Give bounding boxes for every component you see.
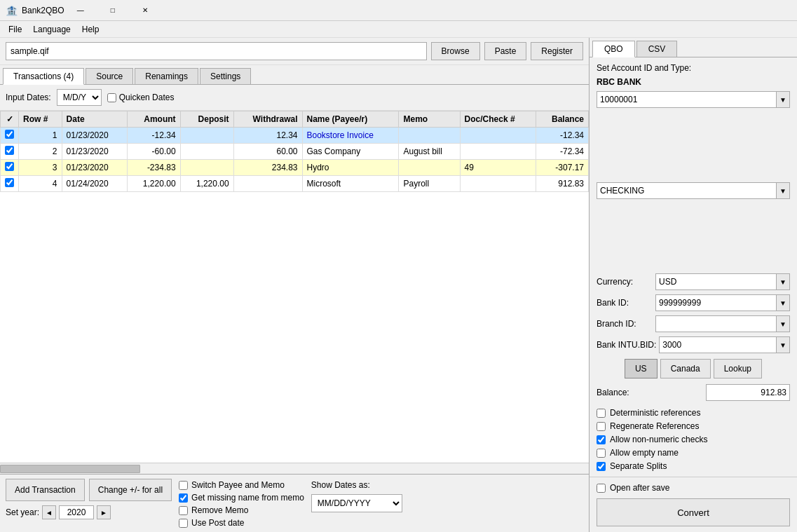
deterministic-refs-option[interactable]: Deterministic references bbox=[597, 408, 790, 418]
bank-id-dropdown[interactable]: ▼ bbox=[776, 294, 790, 311]
row-check-3[interactable] bbox=[1, 176, 19, 192]
bank-id-input[interactable] bbox=[655, 294, 776, 311]
tab-settings[interactable]: Settings bbox=[200, 68, 251, 84]
col-date: Date bbox=[62, 111, 127, 128]
currency-input[interactable] bbox=[655, 273, 776, 290]
balance-label: Balance: bbox=[597, 388, 629, 397]
branch-id-input[interactable] bbox=[655, 315, 776, 332]
open-after-save-checkbox[interactable] bbox=[597, 484, 606, 493]
row-check-2[interactable] bbox=[1, 160, 19, 176]
row-check-1[interactable] bbox=[1, 144, 19, 160]
bottom-bar: Add Transaction Change +/- for all Set y… bbox=[0, 474, 589, 532]
col-amount: Amount bbox=[127, 111, 180, 128]
tab-source[interactable]: Source bbox=[86, 68, 133, 84]
account-type-input[interactable] bbox=[597, 182, 776, 199]
tab-transactions[interactable]: Transactions (4) bbox=[3, 68, 84, 85]
allow-empty-name-checkbox[interactable] bbox=[597, 449, 606, 458]
year-next-button[interactable]: ► bbox=[97, 505, 111, 519]
deterministic-refs-checkbox[interactable] bbox=[597, 409, 606, 418]
bank-intu-row: Bank INTU.BID: ▼ bbox=[597, 336, 790, 353]
show-dates-label: Show Dates as: bbox=[311, 480, 402, 490]
allow-non-numeric-checkbox[interactable] bbox=[597, 435, 606, 444]
currency-label: Currency: bbox=[597, 277, 653, 287]
account-id-input[interactable] bbox=[597, 91, 776, 108]
minimize-button[interactable]: — bbox=[64, 0, 97, 21]
separate-splits-option[interactable]: Separate Splits bbox=[597, 461, 790, 471]
year-row: Set year: ◄ ► bbox=[6, 505, 172, 519]
browse-button[interactable]: Browse bbox=[431, 42, 480, 60]
row-withdrawal-0: 12.34 bbox=[233, 128, 302, 144]
option-remove-memo[interactable]: Remove Memo bbox=[179, 505, 304, 515]
table-row[interactable]: 401/24/20201,220.001,220.00MicrosoftPayr… bbox=[1, 176, 589, 192]
regenerate-refs-checkbox[interactable] bbox=[597, 422, 606, 431]
allow-non-numeric-option[interactable]: Allow non-numeric checks bbox=[597, 435, 790, 444]
account-id-dropdown[interactable]: ▼ bbox=[776, 91, 790, 108]
add-transaction-button[interactable]: Add Transaction bbox=[6, 479, 85, 501]
file-row: Browse Paste Register bbox=[0, 38, 589, 65]
quicken-dates-option[interactable]: Quicken Dates bbox=[107, 93, 175, 102]
separate-splits-checkbox[interactable] bbox=[597, 462, 606, 471]
table-row[interactable]: 301/23/2020-234.83234.83Hydro49-307.17 bbox=[1, 160, 589, 176]
table-row[interactable]: 101/23/2020-12.3412.34Bookstore Invoice-… bbox=[1, 128, 589, 144]
switch-payee-checkbox[interactable] bbox=[179, 481, 188, 490]
bank-intu-dropdown[interactable]: ▼ bbox=[776, 336, 790, 353]
menu-file[interactable]: File bbox=[3, 23, 27, 36]
row-name-1: Gas Company bbox=[302, 144, 399, 160]
year-input[interactable] bbox=[59, 505, 94, 519]
row-check-0[interactable] bbox=[1, 128, 19, 144]
year-prev-button[interactable]: ◄ bbox=[42, 505, 56, 519]
bank-intu-input[interactable] bbox=[659, 336, 776, 353]
horizontal-scrollbar[interactable] bbox=[0, 463, 589, 474]
option-switch-payee[interactable]: Switch Payee and Memo bbox=[179, 480, 304, 490]
quicken-dates-checkbox[interactable] bbox=[107, 93, 116, 102]
currency-dropdown[interactable]: ▼ bbox=[776, 273, 790, 290]
table-body: 101/23/2020-12.3412.34Bookstore Invoice-… bbox=[1, 128, 589, 192]
maximize-button[interactable]: □ bbox=[97, 0, 129, 21]
show-dates-select[interactable]: MM/DD/YYYY bbox=[311, 494, 402, 512]
bank-id-input-group: ▼ bbox=[655, 294, 790, 311]
lookup-button[interactable]: Lookup bbox=[714, 359, 762, 378]
allow-empty-name-option[interactable]: Allow empty name bbox=[597, 448, 790, 458]
us-button[interactable]: US bbox=[625, 359, 658, 378]
row-withdrawal-3 bbox=[233, 176, 302, 192]
date-format-select[interactable]: M/D/Y bbox=[57, 89, 102, 106]
row-amount-2: -234.83 bbox=[127, 160, 180, 176]
use-post-date-checkbox[interactable] bbox=[179, 519, 188, 528]
account-type-dropdown[interactable]: ▼ bbox=[776, 182, 790, 199]
row-doc-2: 49 bbox=[460, 160, 536, 176]
left-panel: Browse Paste Register Transactions (4) S… bbox=[0, 38, 590, 532]
change-for-all-button[interactable]: Change +/- for all bbox=[89, 479, 172, 501]
close-button[interactable]: ✕ bbox=[129, 0, 161, 21]
remove-memo-checkbox[interactable] bbox=[179, 506, 188, 515]
row-deposit-0 bbox=[180, 128, 233, 144]
row-date-1: 01/23/2020 bbox=[62, 144, 127, 160]
convert-button[interactable]: Convert bbox=[597, 498, 790, 526]
main-tabs: Transactions (4) Source Renamings Settin… bbox=[0, 65, 589, 85]
register-button[interactable]: Register bbox=[531, 42, 583, 60]
option-use-post-date[interactable]: Use Post date bbox=[179, 518, 304, 528]
transactions-table: ✓ Row # Date Amount Deposit Withdrawal N… bbox=[0, 111, 589, 192]
scrollbar-thumb[interactable] bbox=[0, 465, 140, 473]
tab-renamings[interactable]: Renamings bbox=[135, 68, 198, 84]
branch-id-dropdown[interactable]: ▼ bbox=[776, 315, 790, 332]
branch-id-label: Branch ID: bbox=[597, 319, 653, 329]
input-dates-label: Input Dates: bbox=[6, 93, 51, 102]
account-id-row: ▼ bbox=[597, 91, 790, 178]
menu-help[interactable]: Help bbox=[76, 23, 105, 36]
table-row[interactable]: 201/23/2020-60.0060.00Gas CompanyAugust … bbox=[1, 144, 589, 160]
format-tab-qbo[interactable]: QBO bbox=[592, 41, 635, 57]
canada-button[interactable]: Canada bbox=[660, 359, 711, 378]
file-path-input[interactable] bbox=[6, 42, 427, 60]
menu-language[interactable]: Language bbox=[27, 23, 76, 36]
transactions-table-container: ✓ Row # Date Amount Deposit Withdrawal N… bbox=[0, 111, 589, 463]
option-get-missing-name[interactable]: Get missing name from memo bbox=[179, 493, 304, 503]
row-balance-0: -12.34 bbox=[536, 128, 588, 144]
table-header-row: ✓ Row # Date Amount Deposit Withdrawal N… bbox=[1, 111, 589, 128]
bottom-options: Switch Payee and Memo Get missing name f… bbox=[179, 479, 304, 528]
get-missing-name-checkbox[interactable] bbox=[179, 493, 188, 503]
balance-input[interactable] bbox=[706, 384, 790, 401]
regenerate-refs-option[interactable]: Regenerate References bbox=[597, 421, 790, 431]
open-after-save-option[interactable]: Open after save bbox=[597, 483, 790, 493]
format-tab-csv[interactable]: CSV bbox=[636, 41, 678, 57]
paste-button[interactable]: Paste bbox=[484, 42, 527, 60]
